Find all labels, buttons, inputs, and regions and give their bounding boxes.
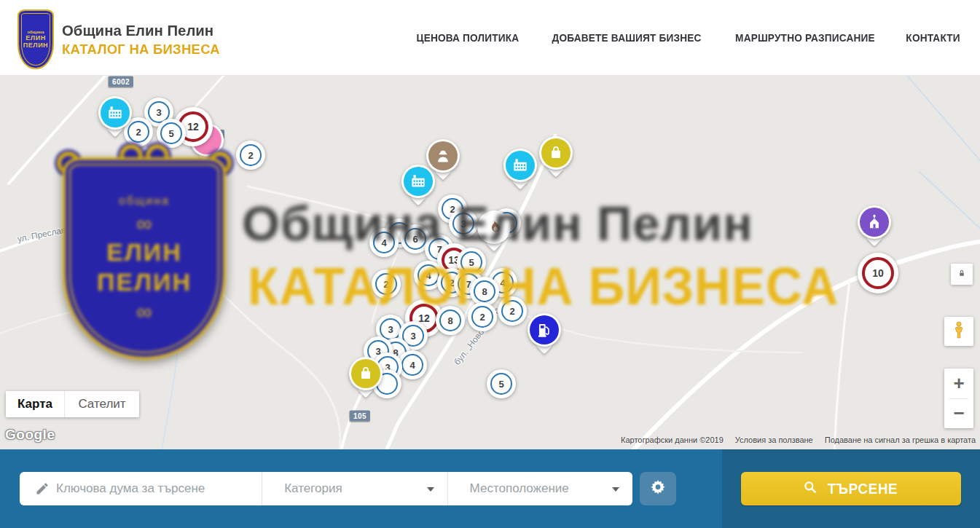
cluster-marker[interactable]: 10 xyxy=(858,253,898,293)
cluster-marker[interactable]: 8 xyxy=(470,277,499,306)
main-nav: ЦЕНОВА ПОЛИТИКАДОБАВЕТЕ ВАШИЯТ БИЗНЕСМАР… xyxy=(413,0,962,75)
cluster-count: 4 xyxy=(426,270,431,281)
map-type-map-button[interactable]: Карта xyxy=(6,391,65,417)
pegman-icon xyxy=(949,320,968,342)
shopping-pin[interactable] xyxy=(349,357,383,390)
flame-pin[interactable] xyxy=(477,210,511,244)
church-icon xyxy=(860,208,889,237)
gear-icon xyxy=(650,479,666,498)
factory-icon xyxy=(506,151,535,180)
factory-icon xyxy=(101,98,130,127)
keyword-section xyxy=(20,472,262,505)
cluster-marker[interactable] xyxy=(136,146,165,176)
cluster-marker[interactable]: 3 xyxy=(449,209,478,238)
cluster-count: 3 xyxy=(410,331,415,342)
cluster-count: 3 xyxy=(388,324,393,335)
chevron-down-icon xyxy=(427,487,434,492)
cluster-marker[interactable]: 5 xyxy=(487,369,516,398)
brand-subtitle: КАТАЛОГ НА БИЗНЕСА xyxy=(62,42,220,58)
cluster-marker[interactable]: 4 xyxy=(369,228,399,257)
cluster-count: 2 xyxy=(383,279,388,290)
cluster-count: 12 xyxy=(187,121,199,133)
page: 6002105ул. Преславбул. „Новоселци“321252… xyxy=(0,0,980,528)
location-dropdown[interactable]: Местоположение xyxy=(448,472,632,505)
attribution-link[interactable]: Подаване на сигнал за грешка в картата xyxy=(825,436,976,444)
cluster-count: 4 xyxy=(500,277,505,288)
search-icon xyxy=(803,480,818,497)
flame-icon xyxy=(479,213,509,242)
worker-icon xyxy=(428,141,458,170)
fuel-icon xyxy=(530,315,559,344)
pencil-icon xyxy=(35,481,50,496)
cluster-marker[interactable]: 2 xyxy=(498,296,527,326)
brand[interactable]: община ЕЛИН ПЕЛИН Община Елин Пелин КАТА… xyxy=(17,9,225,69)
factory-pin[interactable] xyxy=(98,96,132,130)
cluster-count: 5 xyxy=(469,257,474,268)
nav-item[interactable]: МАРШРУТНО РАЗПИСАНИЕ xyxy=(735,32,875,44)
header: община ЕЛИН ПЕЛИН Община Елин Пелин КАТА… xyxy=(0,0,980,76)
bag-icon xyxy=(541,138,571,168)
cluster-marker[interactable]: 2 xyxy=(372,269,401,299)
chevron-down-icon xyxy=(612,487,619,492)
cluster-count: 8 xyxy=(447,315,452,326)
cluster-count: 2 xyxy=(248,150,253,161)
cluster-count: 5 xyxy=(498,379,503,390)
cluster-marker[interactable]: 8 xyxy=(436,306,465,335)
cluster-count: 8 xyxy=(482,286,487,297)
map-data-notice: Картографски данни ©2019 xyxy=(621,436,724,444)
map-type-satellite-button[interactable]: Сателит xyxy=(65,391,139,417)
worker-pin[interactable] xyxy=(426,139,460,173)
factory-pin[interactable] xyxy=(401,165,435,198)
factory-icon xyxy=(404,167,433,196)
google-logo[interactable]: Google xyxy=(5,427,55,443)
shopping-pin[interactable] xyxy=(539,136,573,170)
advanced-settings-button[interactable] xyxy=(640,472,676,505)
road-badge: 105 xyxy=(350,411,370,422)
church-pin[interactable] xyxy=(858,205,891,239)
cluster-count: 6 xyxy=(412,234,418,245)
nav-item[interactable]: КОНТАКТИ xyxy=(906,32,960,44)
search-button[interactable]: ТЪРСЕНЕ xyxy=(741,472,961,505)
zoom-out-button[interactable]: − xyxy=(944,399,973,429)
cluster-count: 5 xyxy=(168,128,173,139)
cluster-count: 2 xyxy=(136,127,141,138)
attribution-link[interactable]: Условия за ползване xyxy=(735,436,813,444)
cluster-count: 10 xyxy=(872,267,884,279)
fuel-pin[interactable] xyxy=(528,313,561,347)
road-badge: 6002 xyxy=(109,76,133,87)
category-dropdown[interactable]: Категория xyxy=(262,472,447,505)
search-field-group: Категория Местоположение xyxy=(20,472,632,505)
cluster-ring xyxy=(140,150,162,172)
search-bar: Категория Местоположение xyxy=(0,449,722,528)
search-panel: ТЪРСЕНЕ xyxy=(722,449,980,528)
lock-icon xyxy=(957,268,967,281)
cluster-marker[interactable]: 4 xyxy=(398,350,427,379)
lock-button[interactable] xyxy=(951,264,973,285)
brand-title: Община Елин Пелин xyxy=(62,22,220,39)
municipality-crest-logo: община ЕЛИН ПЕЛИН xyxy=(17,9,54,69)
nav-item[interactable]: ДОБАВЕТЕ ВАШИЯТ БИЗНЕС xyxy=(552,32,701,44)
cluster-count: 3 xyxy=(460,218,466,229)
cluster-count: 2 xyxy=(479,312,485,323)
cluster-count: 3 xyxy=(156,107,161,118)
zoom-control: + − xyxy=(944,369,973,428)
cluster-marker[interactable]: 5 xyxy=(157,119,186,148)
keyword-search-input[interactable] xyxy=(55,481,262,497)
bag-icon xyxy=(351,359,380,388)
cluster-marker[interactable]: 2 xyxy=(468,302,497,331)
cluster-marker[interactable]: 2 xyxy=(236,141,265,170)
cluster-count: 4 xyxy=(409,360,415,371)
map-type-control: Карта Сателит xyxy=(6,391,139,417)
zoom-in-button[interactable]: + xyxy=(944,369,973,398)
cluster-count: 4 xyxy=(381,237,386,248)
pegman-button[interactable] xyxy=(944,317,973,346)
cluster-count: 2 xyxy=(509,306,514,317)
map-attribution: Картографски данни ©2019Условия за ползв… xyxy=(621,436,976,444)
nav-item[interactable]: ЦЕНОВА ПОЛИТИКА xyxy=(417,32,520,44)
factory-pin[interactable] xyxy=(503,149,537,182)
